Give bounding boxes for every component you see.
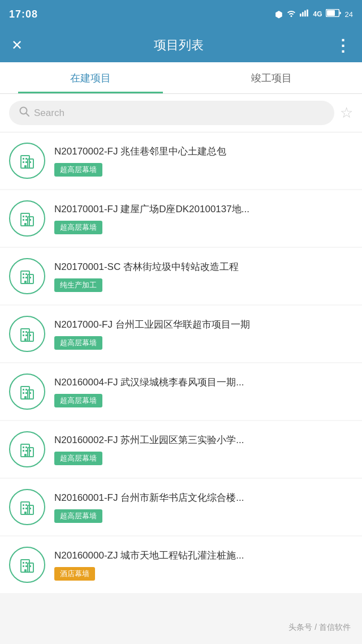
svg-rect-25 [28,274,33,284]
status-icons: ⬢ 4G 24 [275,9,353,20]
project-icon [9,489,45,525]
svg-rect-2 [304,11,306,17]
bluetooth-icon: ⬢ [275,9,283,20]
list-item[interactable]: N2017000-FJ 台州工业园区华联超市项目一期超高层幕墙 [0,306,362,362]
svg-rect-11 [25,158,27,160]
status-time: 17:08 [9,8,38,20]
status-bar: 17:08 ⬢ 4G 24 [0,0,362,28]
svg-rect-1 [302,12,304,16]
project-tag: 酒店幕墙 [54,567,95,581]
project-list: N20170002-FJ 兆佳巷邻里中心土建总包超高层幕墙 N20170001-… [0,132,362,593]
project-icon [9,431,45,467]
project-name: N20170001-FJ 建屋广场D座DK20100137地... [54,203,353,216]
svg-rect-69 [25,565,27,567]
svg-rect-59 [25,504,27,506]
signal-icon [300,9,310,19]
search-input[interactable] [34,108,324,119]
svg-rect-9 [28,159,33,168]
project-tag: 超高层幕墙 [54,509,102,523]
svg-rect-15 [24,165,27,168]
project-info: N2017000-FJ 台州工业园区华联超市项目一期超高层幕墙 [54,318,353,350]
list-item[interactable]: N20170001-FJ 建屋广场D座DK20100137地...超高层幕墙 [0,190,362,247]
search-bar: ☆ [0,94,362,132]
project-name: N20170002-FJ 兆佳巷邻里中心土建总包 [54,145,353,158]
svg-rect-3 [307,10,308,17]
svg-rect-70 [29,565,31,567]
svg-rect-61 [25,508,27,509]
project-icon [9,258,45,294]
project-info: N20170001-FJ 建屋广场D座DK20100137地...超高层幕墙 [54,203,353,234]
close-button[interactable]: ✕ [11,37,23,53]
list-item[interactable]: N20160002-FJ 苏州工业园区第三实验小学...超高层幕墙 [0,421,362,478]
svg-rect-18 [23,216,24,217]
svg-rect-47 [24,396,27,399]
svg-line-7 [26,113,29,116]
svg-rect-23 [24,223,27,226]
list-item[interactable]: N20160001-FJ 台州市新华书店文化综合楼...超高层幕墙 [0,479,362,535]
project-info: N20170002-FJ 兆佳巷邻里中心土建总包超高层幕墙 [54,145,353,177]
svg-rect-68 [23,565,24,567]
svg-rect-39 [24,338,27,341]
list-item[interactable]: N20160000-ZJ 城市天地工程钻孔灌注桩施...酒店幕墙 [0,536,362,593]
page-header: ✕ 项目列表 ⋮ [0,28,362,62]
svg-rect-27 [25,273,27,275]
page-title: 项目列表 [154,37,204,54]
list-item[interactable]: N20170001-SC 杏林街垃圾中转站改造工程纯生产加工 [0,248,362,304]
project-info: N20170001-SC 杏林街垃圾中转站改造工程纯生产加工 [54,260,353,292]
project-name: N20160001-FJ 台州市新华书店文化综合楼... [54,491,353,505]
svg-rect-44 [23,392,24,394]
list-item[interactable]: N20170002-FJ 兆佳巷邻里中心土建总包超高层幕墙 [0,132,362,189]
svg-rect-31 [24,281,27,284]
project-name: N20160002-FJ 苏州工业园区第三实验小学... [54,433,353,447]
svg-rect-52 [23,450,24,452]
search-input-container[interactable] [9,101,334,125]
project-tag: 超高层幕墙 [54,163,102,177]
svg-rect-50 [23,446,24,448]
battery-icon [326,9,342,19]
svg-rect-19 [25,216,27,217]
project-tag: 超高层幕墙 [54,221,102,234]
svg-rect-22 [29,219,31,221]
svg-rect-26 [23,273,24,275]
list-item[interactable]: N20160004-FJ 武汉绿城桃李春风项目一期...超高层幕墙 [0,363,362,420]
svg-rect-36 [23,334,24,336]
svg-rect-60 [23,508,24,509]
svg-rect-30 [29,277,31,278]
svg-rect-54 [29,450,31,452]
network-icon: 4G [313,10,322,18]
project-tag: 超高层幕墙 [54,336,102,350]
svg-rect-33 [28,332,33,341]
battery-level: 24 [345,10,353,19]
project-icon [9,547,45,583]
svg-rect-58 [23,504,24,506]
svg-rect-35 [25,331,27,333]
project-icon [9,373,45,410]
svg-rect-45 [25,392,27,394]
project-info: N20160002-FJ 苏州工业园区第三实验小学...超高层幕墙 [54,433,353,465]
tab-completed-projects[interactable]: 竣工项目 [181,62,362,93]
svg-rect-21 [25,219,27,221]
tab-active-projects[interactable]: 在建项目 [0,62,181,93]
wifi-icon [286,9,296,19]
svg-rect-10 [23,158,24,160]
project-tag: 超高层幕墙 [54,394,102,407]
project-icon [9,143,45,179]
more-button[interactable]: ⋮ [335,36,351,55]
svg-rect-37 [25,334,27,336]
svg-rect-49 [28,448,33,457]
project-tag: 纯生产加工 [54,278,102,292]
svg-rect-20 [23,219,24,221]
project-info: N20160001-FJ 台州市新华书店文化综合楼...超高层幕墙 [54,491,353,523]
svg-rect-13 [25,161,27,163]
svg-rect-46 [29,392,31,394]
svg-rect-38 [29,334,31,336]
favorites-button[interactable]: ☆ [340,104,353,122]
svg-rect-34 [23,331,24,333]
project-tag: 超高层幕墙 [54,452,102,465]
svg-rect-0 [300,14,301,16]
project-info: N20160000-ZJ 城市天地工程钻孔灌注桩施...酒店幕墙 [54,549,353,581]
svg-rect-41 [28,390,33,399]
project-icon [9,200,45,237]
svg-rect-53 [25,450,27,452]
svg-rect-12 [23,161,24,163]
